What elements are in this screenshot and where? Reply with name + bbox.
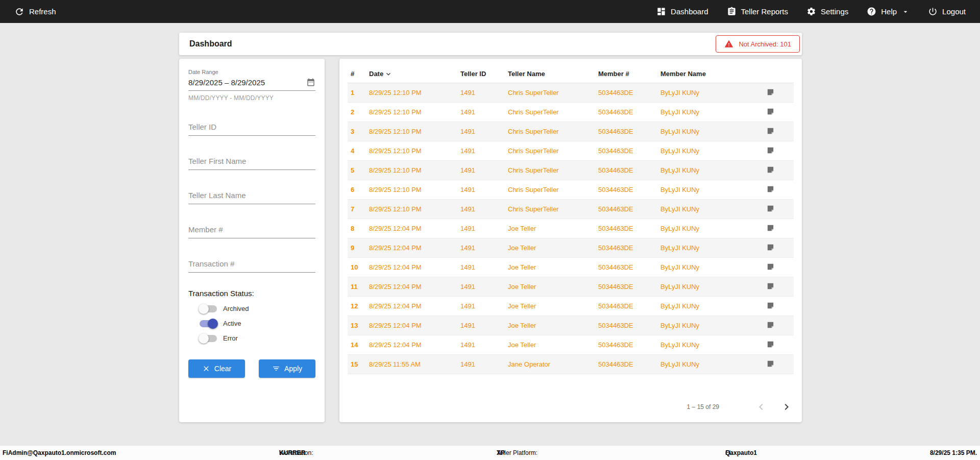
toggle-archived[interactable]: Archived [188, 305, 315, 312]
col-date[interactable]: Date [369, 70, 460, 78]
row-number: 13 [351, 322, 369, 329]
dashboard-icon [656, 7, 666, 16]
pagination-range: 1 – 15 of 29 [687, 403, 719, 410]
not-archived-badge: Not Archived: 101 [716, 35, 800, 53]
nav-settings[interactable]: Settings [806, 7, 848, 16]
chevron-down-icon [901, 8, 910, 16]
row-member-name: ByLyJI KUNy [660, 205, 764, 213]
row-member-num: 5034463DE [598, 263, 660, 271]
table-row[interactable]: 9 8/29/25 12:04 PM 1491 Joe Teller 50344… [348, 238, 794, 258]
teller-id-input[interactable] [188, 119, 315, 136]
row-date: 8/29/25 12:04 PM [369, 225, 460, 232]
help-icon [867, 7, 876, 16]
row-member-num: 5034463DE [598, 147, 660, 155]
note-icon[interactable] [766, 282, 775, 290]
note-icon[interactable] [766, 88, 775, 96]
row-teller-id: 1491 [460, 225, 508, 232]
row-teller-id: 1491 [460, 166, 508, 174]
col-teller-id[interactable]: Teller ID [460, 70, 508, 78]
row-member-name: ByLyJI KUNy [660, 302, 764, 310]
results-panel: # Date Teller ID Teller Name Member # Me… [339, 59, 802, 422]
table-row[interactable]: 2 8/29/25 12:10 PM 1491 Chris SuperTelle… [348, 103, 794, 122]
refresh-icon [14, 7, 24, 17]
row-date: 8/29/25 12:04 PM [369, 244, 460, 252]
page-title: Dashboard [189, 39, 232, 49]
refresh-label: Refresh [29, 7, 56, 16]
table-row[interactable]: 13 8/29/25 12:04 PM 1491 Joe Teller 5034… [348, 316, 794, 335]
row-member-num: 5034463DE [598, 166, 660, 174]
table-row[interactable]: 12 8/29/25 12:04 PM 1491 Joe Teller 5034… [348, 297, 794, 316]
not-archived-label: Not Archived: 101 [739, 40, 791, 48]
table-row[interactable]: 8 8/29/25 12:04 PM 1491 Joe Teller 50344… [348, 219, 794, 238]
note-icon[interactable] [766, 107, 775, 116]
row-teller-id: 1491 [460, 186, 508, 193]
error-switch[interactable] [200, 335, 217, 342]
filter-icon [272, 365, 280, 373]
row-teller-id: 1491 [460, 360, 508, 368]
nav-dashboard[interactable]: Dashboard [656, 7, 708, 16]
row-number: 9 [351, 244, 369, 252]
note-icon[interactable] [766, 127, 775, 135]
clear-button[interactable]: Clear [188, 359, 245, 378]
note-icon[interactable] [766, 340, 775, 349]
status-bar: FiAdmin@Qaxpauto1.onmicrosoft.com Workst… [0, 446, 980, 460]
note-icon[interactable] [766, 262, 775, 271]
row-teller-name: Chris SuperTeller [508, 205, 598, 213]
row-member-name: ByLyJI KUNy [660, 322, 764, 329]
date-range-input[interactable] [188, 78, 290, 87]
row-number: 14 [351, 341, 369, 349]
note-icon[interactable] [766, 224, 775, 232]
row-teller-name: Joe Teller [508, 302, 598, 310]
refresh-button[interactable]: Refresh [14, 7, 56, 17]
note-icon[interactable] [766, 185, 775, 193]
member-number-input[interactable] [188, 222, 315, 238]
row-number: 12 [351, 302, 369, 310]
toggle-active[interactable]: Active [188, 320, 315, 327]
nav-logout[interactable]: Logout [928, 7, 966, 16]
row-member-name: ByLyJI KUNy [660, 360, 764, 368]
next-page-icon[interactable] [780, 401, 793, 413]
row-teller-name: Chris SuperTeller [508, 128, 598, 135]
prev-page-icon[interactable] [755, 401, 767, 413]
note-icon[interactable] [766, 301, 775, 310]
toggle-error[interactable]: Error [188, 334, 315, 342]
transaction-number-input[interactable] [188, 256, 315, 273]
note-icon[interactable] [766, 243, 775, 252]
table-row[interactable]: 11 8/29/25 12:04 PM 1491 Joe Teller 5034… [348, 277, 794, 297]
row-date: 8/29/25 12:04 PM [369, 283, 460, 290]
note-icon[interactable] [766, 165, 775, 174]
row-date: 8/29/25 12:04 PM [369, 341, 460, 349]
teller-platform-status: Teller Platform: XP [497, 446, 505, 460]
table-row[interactable]: 1 8/29/25 12:10 PM 1491 Chris SuperTelle… [348, 83, 794, 103]
col-teller-name[interactable]: Teller Name [508, 70, 598, 78]
row-member-name: ByLyJI KUNy [660, 128, 764, 135]
note-icon[interactable] [766, 204, 775, 213]
note-icon[interactable] [766, 321, 775, 329]
col-member-num[interactable]: Member # [598, 70, 660, 78]
archived-switch[interactable] [200, 305, 217, 312]
row-teller-name: Chris SuperTeller [508, 108, 598, 116]
table-row[interactable]: 6 8/29/25 12:10 PM 1491 Chris SuperTelle… [348, 180, 794, 200]
teller-first-name-input[interactable] [188, 154, 315, 170]
calendar-icon[interactable] [306, 78, 315, 87]
table-row[interactable]: 14 8/29/25 12:04 PM 1491 Joe Teller 5034… [348, 335, 794, 355]
teller-last-name-input[interactable] [188, 188, 315, 204]
table-row[interactable]: 10 8/29/25 12:04 PM 1491 Joe Teller 5034… [348, 258, 794, 277]
apply-button[interactable]: Apply [259, 359, 315, 378]
note-icon[interactable] [766, 359, 775, 368]
table-row[interactable]: 15 8/29/25 11:55 AM 1491 Jane Operator 5… [348, 355, 794, 374]
nav-teller-reports[interactable]: Teller Reports [727, 7, 789, 16]
warning-icon [724, 39, 733, 49]
active-switch[interactable] [200, 320, 217, 327]
table-row[interactable]: 5 8/29/25 12:10 PM 1491 Chris SuperTelle… [348, 161, 794, 180]
row-teller-name: Joe Teller [508, 263, 598, 271]
col-member-name[interactable]: Member Name [660, 70, 764, 78]
row-teller-id: 1491 [460, 205, 508, 213]
table-row[interactable]: 3 8/29/25 12:10 PM 1491 Chris SuperTelle… [348, 122, 794, 141]
table-row[interactable]: 7 8/29/25 12:10 PM 1491 Chris SuperTelle… [348, 200, 794, 219]
table-row[interactable]: 4 8/29/25 12:10 PM 1491 Chris SuperTelle… [348, 141, 794, 161]
workstation-status: Workstation: KURRER [279, 446, 305, 460]
filter-panel: Date Range MM/DD/YYYY - MM/DD/YYYY Trans… [179, 59, 325, 422]
nav-help[interactable]: Help [867, 7, 910, 16]
note-icon[interactable] [766, 146, 775, 155]
